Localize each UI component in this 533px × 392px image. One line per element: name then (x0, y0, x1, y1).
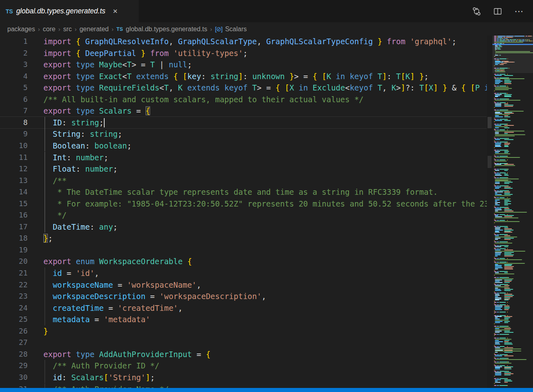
code-line[interactable]: 12 Float: number; (0, 163, 487, 175)
line-number: 5 (0, 82, 28, 94)
minimap-row (494, 307, 533, 308)
breadcrumb-item-src[interactable]: src (63, 26, 72, 33)
open-changes-icon[interactable] (471, 6, 482, 17)
line-number: 16 (0, 209, 28, 221)
minimap-row (494, 346, 533, 347)
minimap-row (494, 176, 533, 177)
code-line[interactable]: 6/** All built-in and custom scalars, ma… (0, 94, 487, 106)
code-line[interactable]: 18}; (0, 233, 487, 244)
minimap-row (494, 244, 533, 245)
minimap-row (494, 272, 533, 273)
minimap-row (494, 366, 533, 367)
minimap-row (494, 262, 533, 263)
minimap-row (494, 97, 533, 98)
minimap-row (494, 127, 533, 128)
code-area[interactable]: 1import { GraphQLResolveInfo, GraphQLSca… (0, 36, 487, 388)
minimap[interactable] (492, 36, 533, 388)
code-line[interactable]: 2import { DeepPartial } from 'utility-ty… (0, 47, 487, 59)
breadcrumb-item-file[interactable]: global.db.types.generated.ts (126, 26, 207, 33)
code-line[interactable]: 7export type Scalars = { (0, 105, 487, 117)
minimap-row (494, 243, 533, 243)
editor-actions: ⋯ (471, 0, 533, 22)
minimap-row (494, 352, 533, 353)
minimap-row (494, 205, 533, 205)
minimap-row (494, 370, 533, 370)
code-line[interactable]: 14 * The DateTime scalar type represents… (0, 186, 487, 198)
code-line[interactable]: 10 Boolean: boolean; (0, 140, 487, 152)
code-line[interactable]: 13 /** (0, 175, 487, 187)
minimap-row (494, 112, 533, 113)
minimap-row (494, 124, 533, 125)
line-number: 10 (0, 140, 28, 152)
minimap-slider[interactable] (492, 36, 533, 73)
minimap-row (494, 252, 533, 253)
code-line[interactable]: 15 * For example: "1985-04-12T23:20:50.5… (0, 198, 487, 210)
code-line[interactable]: 11 Int: number; (0, 152, 487, 164)
code-text: /** Auth Provider ID */ (43, 360, 487, 372)
status-bar[interactable] (0, 388, 533, 392)
code-line[interactable]: 17 DateTime: any; (0, 221, 487, 233)
line-number: 9 (0, 128, 28, 140)
minimap-row (494, 232, 533, 233)
line-number: 7 (0, 105, 28, 117)
breadcrumb: packages › core › src › generated › TS g… (0, 22, 533, 36)
line-number: 30 (0, 372, 28, 383)
code-text: export type AddAuthProviderInput = { (43, 349, 487, 360)
minimap-row (494, 265, 533, 266)
minimap-row (494, 156, 533, 157)
code-line[interactable]: 31 /** Auth Provider Name */ (0, 383, 487, 388)
minimap-row (494, 358, 533, 359)
breadcrumb-item-generated[interactable]: generated (80, 26, 109, 33)
minimap-row (494, 87, 533, 88)
minimap-row (494, 297, 533, 298)
split-editor-icon[interactable] (492, 6, 503, 17)
code-line[interactable]: 8 ID: string; (0, 116, 487, 129)
minimap-row (494, 299, 533, 300)
minimap-row (494, 257, 533, 258)
code-line[interactable]: 22 workspaceName = 'workspaceName', (0, 279, 487, 291)
minimap-row (494, 202, 533, 203)
minimap-row (494, 165, 533, 166)
code-line[interactable]: 30 id: Scalars['String']; (0, 372, 487, 383)
code-line[interactable]: 24 createdTime = 'createdTime', (0, 302, 487, 314)
minimap-row (494, 126, 533, 127)
code-line[interactable]: 20export enum WorkspaceOrderable { (0, 256, 487, 267)
code-line[interactable]: 9 String: string; (0, 128, 487, 140)
breadcrumb-item-packages[interactable]: packages (7, 26, 35, 33)
code-line[interactable]: 29 /** Auth Provider ID */ (0, 360, 487, 372)
code-line[interactable]: 19 (0, 244, 487, 256)
more-actions-icon[interactable]: ⋯ (514, 6, 524, 17)
line-number: 25 (0, 314, 28, 325)
editor-tab[interactable]: TS global.db.types.generated.ts ✕ (0, 0, 139, 22)
minimap-row (494, 131, 533, 131)
code-line[interactable]: 26} (0, 325, 487, 337)
code-text: /** Auth Provider Name */ (43, 383, 487, 388)
chevron-right-icon: › (75, 26, 77, 32)
minimap-row (494, 290, 533, 291)
code-text: export type Maybe<T> = T | null; (43, 59, 487, 71)
code-line[interactable]: 4export type Exact<T extends { [key: str… (0, 71, 487, 82)
minimap-row (494, 320, 533, 321)
code-line[interactable]: 16 */ (0, 209, 487, 221)
minimap-row (494, 129, 533, 129)
code-line[interactable]: 23 workspaceDescription = 'workspaceDesc… (0, 291, 487, 302)
code-line[interactable]: 28export type AddAuthProviderInput = { (0, 349, 487, 360)
code-line[interactable]: 3export type Maybe<T> = T | null; (0, 59, 487, 71)
code-line[interactable]: 1import { GraphQLResolveInfo, GraphQLSca… (0, 36, 487, 47)
code-line[interactable]: 27 (0, 337, 487, 349)
code-line[interactable]: 5export type RequireFields<T, K extends … (0, 82, 487, 94)
minimap-row (494, 129, 533, 130)
minimap-row (494, 328, 533, 329)
minimap-row (494, 331, 533, 332)
close-tab-icon[interactable]: ✕ (111, 7, 120, 16)
code-line[interactable]: 21 id = 'id', (0, 267, 487, 279)
breadcrumb-item-core[interactable]: core (43, 26, 56, 33)
minimap-row (494, 151, 533, 152)
breadcrumb-item-symbol[interactable]: Scalars (225, 26, 247, 33)
code-text: String: string; (43, 128, 487, 140)
minimap-row (494, 280, 533, 280)
code-line[interactable]: 25 metadata = 'metadata' (0, 314, 487, 325)
code-text: * For example: "1985-04-12T23:20:50.52Z"… (43, 198, 487, 210)
vscode-window: TS global.db.types.generated.ts ✕ (0, 0, 533, 392)
line-number: 27 (0, 337, 28, 349)
